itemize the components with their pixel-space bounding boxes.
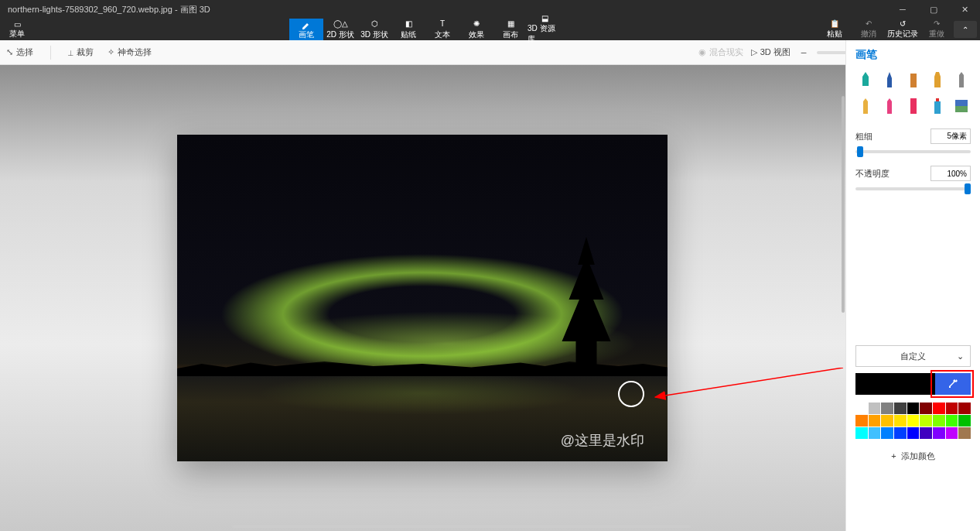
sticker-icon: ◧ — [405, 19, 412, 29]
palette-color[interactable] — [907, 415, 920, 427]
brush-spray[interactable] — [927, 96, 947, 116]
label: 画笔 — [299, 29, 314, 40]
paste-button[interactable]: 📋 粘贴 — [818, 19, 852, 39]
label: 历史记录 — [887, 29, 918, 39]
canvas-image[interactable]: @这里是水印 — [177, 135, 668, 461]
zoom-out-button[interactable]: − — [798, 46, 809, 59]
plus-icon: + — [891, 451, 896, 461]
palette-color[interactable] — [881, 427, 893, 439]
menu-label: 菜单 — [9, 29, 25, 39]
maximize-button[interactable]: ▢ — [918, 0, 949, 19]
brush-crayon[interactable] — [879, 96, 899, 116]
brush-pen[interactable] — [879, 70, 899, 90]
brush-icon — [301, 19, 312, 29]
history-button[interactable]: ↺ 历史记录 — [886, 19, 920, 39]
paste-icon: 📋 — [830, 19, 839, 28]
text-icon: T — [440, 19, 445, 29]
effects-icon: ✺ — [473, 19, 480, 29]
palette-color[interactable] — [881, 403, 893, 414]
thickness-thumb[interactable] — [857, 146, 863, 157]
brush-cursor — [618, 381, 644, 407]
horizontal-scrollbar[interactable] — [232, 525, 691, 528]
svg-rect-6 — [955, 106, 968, 112]
tab-3d-library[interactable]: ⬓ 3D 资源库 — [528, 19, 562, 40]
opacity-slider[interactable] — [855, 187, 971, 190]
palette-color[interactable] — [920, 403, 932, 414]
palette-color[interactable] — [946, 427, 958, 439]
palette-color[interactable] — [907, 403, 920, 414]
palette-color[interactable] — [869, 427, 881, 439]
panel-title: 画笔 — [855, 48, 971, 62]
shapes2d-icon: ◯△ — [333, 19, 348, 29]
minimize-button[interactable]: ─ — [887, 0, 918, 19]
palette-color[interactable] — [907, 427, 920, 439]
workspace[interactable]: @这里是水印 — [0, 65, 845, 531]
palette-color[interactable] — [855, 427, 868, 439]
custom-color-dropdown[interactable]: 自定义 ⌄ — [855, 345, 971, 367]
label: 粘贴 — [827, 29, 842, 39]
palette-color[interactable] — [855, 415, 868, 427]
brush-pencil2[interactable] — [855, 96, 875, 116]
tab-canvas[interactable]: ▦ 画布 — [493, 19, 528, 40]
magic-select-tool[interactable]: ✧ 神奇选择 — [108, 46, 152, 58]
thickness-input[interactable] — [930, 128, 971, 144]
opacity-thumb[interactable] — [965, 183, 971, 194]
brush-fill[interactable] — [951, 96, 971, 116]
palette-color[interactable] — [946, 403, 958, 414]
label: 选择 — [16, 46, 33, 58]
brush-marker[interactable] — [855, 70, 875, 90]
palette-color[interactable] — [933, 415, 945, 427]
palette-color[interactable] — [894, 403, 907, 414]
redo-button[interactable]: ↷ 重做 — [920, 19, 954, 39]
label: 效果 — [469, 29, 484, 40]
label: 裁剪 — [77, 46, 94, 58]
palette-color[interactable] — [869, 415, 881, 427]
title-text: northern-lights-7589302_960_720.webp.jpg… — [8, 4, 887, 15]
palette-color[interactable] — [933, 427, 945, 439]
svg-rect-4 — [936, 98, 939, 101]
label: 重做 — [929, 29, 944, 39]
brush-highlighter[interactable] — [903, 96, 923, 116]
crop-tool[interactable]: ⟂ 裁剪 — [68, 46, 94, 58]
brush-calligraphy[interactable] — [927, 70, 947, 90]
scrollbar-thumb[interactable] — [842, 96, 845, 313]
pointer-icon: ⤡ — [6, 47, 13, 57]
tab-stickers[interactable]: ◧ 贴纸 — [391, 19, 425, 40]
play-icon: ▷ — [751, 47, 757, 57]
thickness-label: 粗细 — [855, 131, 872, 142]
opacity-input[interactable] — [930, 166, 971, 181]
library-icon: ⬓ — [541, 14, 548, 22]
current-color-swatch[interactable] — [855, 373, 935, 395]
select-tool[interactable]: ⤡ 选择 — [6, 46, 33, 58]
tab-text[interactable]: T 文本 — [425, 19, 459, 40]
tab-3d-shapes[interactable]: ⬡ 3D 形状 — [357, 19, 391, 40]
brush-oil[interactable] — [903, 70, 923, 90]
menu-button[interactable]: ▭ 菜单 — [0, 19, 34, 40]
palette-color[interactable] — [946, 415, 958, 427]
palette-color[interactable] — [920, 415, 932, 427]
palette-color[interactable] — [894, 415, 907, 427]
undo-button[interactable]: ↶ 撤消 — [852, 19, 886, 39]
brush-pencil[interactable] — [951, 70, 971, 90]
close-button[interactable]: ✕ — [949, 0, 980, 19]
palette-color[interactable] — [881, 415, 893, 427]
tab-brush[interactable]: 画笔 — [289, 19, 323, 40]
palette-color[interactable] — [869, 403, 881, 414]
add-color-button[interactable]: + 添加颜色 — [855, 447, 971, 465]
separator — [50, 46, 51, 60]
tab-2d-shapes[interactable]: ◯△ 2D 形状 — [323, 19, 357, 40]
palette-color[interactable] — [958, 415, 971, 427]
thickness-slider[interactable] — [855, 150, 971, 153]
palette-color[interactable] — [933, 403, 945, 414]
palette-color[interactable] — [958, 427, 971, 439]
palette-color[interactable] — [855, 403, 868, 414]
titlebar: northern-lights-7589302_960_720.webp.jpg… — [0, 0, 980, 19]
tab-effects[interactable]: ✺ 效果 — [459, 19, 493, 40]
palette-color[interactable] — [958, 403, 971, 414]
palette-color[interactable] — [920, 427, 932, 439]
expand-ribbon-button[interactable]: ⌃ — [954, 21, 977, 38]
opacity-label: 不透明度 — [855, 168, 890, 180]
label: 撤消 — [861, 29, 876, 39]
palette-color[interactable] — [894, 427, 907, 439]
3d-view-button[interactable]: ▷ 3D 视图 — [751, 46, 790, 58]
